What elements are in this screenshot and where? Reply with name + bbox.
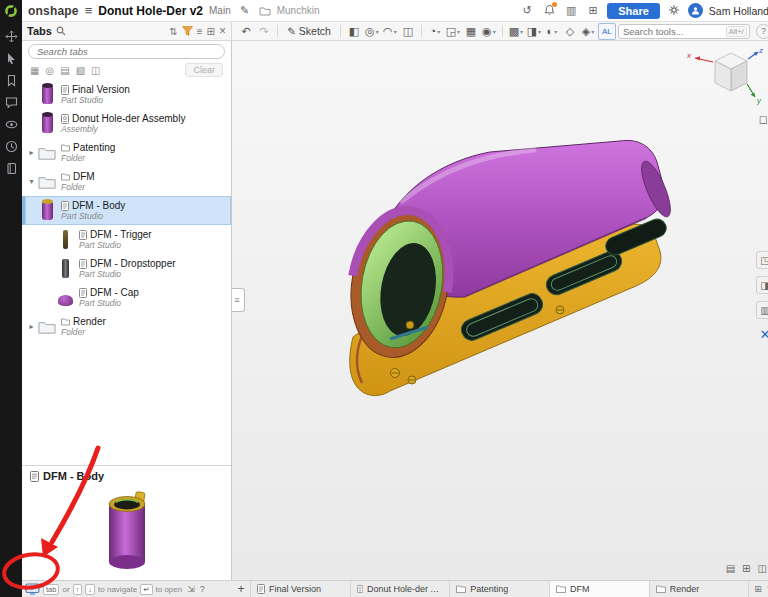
section-view-icon[interactable]: ◨	[756, 276, 768, 294]
filter-assembly-icon[interactable]: ◎	[45, 65, 54, 76]
bookmark-icon[interactable]	[5, 74, 18, 87]
mirror-icon[interactable]: ◨▾	[526, 24, 542, 39]
view-settings-icon[interactable]: ◻▾	[759, 113, 768, 126]
expand-panel-icon[interactable]: ⇲	[187, 584, 195, 594]
add-tab-button[interactable]: +	[232, 581, 251, 597]
sort-icon[interactable]: ⇅	[169, 26, 177, 37]
close-panel-icon[interactable]: ×	[219, 24, 226, 38]
hole-icon[interactable]: ◉▾	[481, 24, 497, 39]
transform-icon[interactable]: ◈▾	[580, 24, 596, 39]
part-studio-icon	[257, 584, 265, 594]
fillet-icon[interactable]: ◔▾	[427, 24, 443, 39]
split-icon[interactable]: ◇	[562, 24, 578, 39]
assistant-icon[interactable]: AL	[598, 23, 616, 40]
user-avatar[interactable]	[688, 3, 703, 18]
notebook-icon[interactable]	[5, 162, 18, 175]
history-clock-icon[interactable]	[5, 140, 18, 153]
onshape-logo-icon[interactable]	[0, 0, 22, 22]
toolbar-help-icon[interactable]: ?	[756, 24, 768, 39]
chevron-right-icon[interactable]: ▸	[26, 148, 37, 157]
tab-list-icon[interactable]: ⊞	[754, 584, 762, 594]
cad-model[interactable]	[232, 41, 768, 580]
tab-preview-panel: DFM - Body	[22, 465, 231, 580]
bottom-tab-dfm[interactable]: DFM	[550, 581, 650, 597]
view-cube[interactable]: x z y	[685, 45, 765, 111]
sweep-icon[interactable]: ◠▾	[382, 24, 398, 39]
redo-icon[interactable]: ↷	[256, 24, 272, 39]
columns-panel-icon[interactable]: ▥	[563, 4, 579, 17]
tabs-panel-title: Tabs	[27, 25, 52, 37]
tree-item-patenting[interactable]: ▸ Patenting Folder	[22, 138, 231, 167]
item-name: Final Version	[72, 84, 130, 95]
chevron-right-icon[interactable]: ▸	[26, 322, 37, 331]
shell-icon[interactable]: ▦	[463, 24, 479, 39]
tabs-filter-row: ▦ ◎ ▤ ▧ ◫ Clear	[22, 62, 231, 80]
search-tabs-input[interactable]	[28, 44, 225, 59]
export-view-icon[interactable]: ◳	[756, 251, 768, 269]
user-name[interactable]: Sam Holland	[709, 5, 768, 17]
panel-resize-handle[interactable]: ≡	[232, 288, 245, 312]
grid-view-icon[interactable]: ⊞	[207, 26, 215, 37]
pencil-icon: ✎	[287, 25, 296, 37]
tree-item-assembly[interactable]: Donut Hole-der Assembly Assembly	[22, 109, 231, 138]
item-type: Part Studio	[79, 269, 176, 279]
chamfer-icon[interactable]: ◲▾	[445, 24, 461, 39]
project-label[interactable]: Munchkin	[277, 5, 320, 16]
layout-icon[interactable]: ◫	[757, 563, 766, 574]
cursor-icon[interactable]	[5, 52, 18, 65]
search-icon[interactable]	[56, 26, 66, 36]
tree-item-dfm-folder[interactable]: ▾ DFM Folder	[22, 167, 231, 196]
apps-grid-icon[interactable]: ⊞	[585, 4, 601, 17]
named-views-icon[interactable]: ▥	[756, 301, 768, 319]
filter-other-icon[interactable]: ◫	[91, 65, 100, 76]
notifications-bell-icon[interactable]	[541, 4, 557, 18]
filter-part-studio-icon[interactable]: ▦	[30, 65, 39, 76]
tree-item-dfm-dropstopper[interactable]: DFM - Dropstopper Part Studio	[22, 254, 231, 283]
notification-badge	[552, 2, 557, 7]
undo-icon[interactable]: ↶	[238, 24, 254, 39]
filter-image-icon[interactable]: ▧	[76, 65, 85, 76]
follow-eye-icon[interactable]	[5, 118, 18, 131]
print-icon[interactable]: ▤	[726, 563, 735, 574]
bottom-tab-assembly[interactable]: Donut Hole-der Assem...	[351, 581, 451, 597]
edit-title-icon[interactable]: ✎	[237, 4, 253, 17]
filter-drawing-icon[interactable]: ▤	[60, 65, 69, 76]
bottom-bar-right-tools: ⊞ ?	[749, 581, 768, 597]
comment-icon[interactable]	[5, 96, 18, 109]
tree-item-dfm-cap[interactable]: DFM - Cap Part Studio	[22, 283, 231, 312]
revolve-icon[interactable]: ◎▾	[364, 24, 380, 39]
extrude-icon[interactable]: ◧	[346, 24, 362, 39]
chevron-down-icon[interactable]: ▾	[26, 177, 37, 186]
filter-icon[interactable]	[182, 26, 193, 36]
bottom-tab-patenting[interactable]: Patenting	[450, 581, 550, 597]
onshape-wordmark: onshape	[28, 4, 79, 18]
preview-title: DFM - Body	[43, 470, 104, 482]
tree-item-final-version[interactable]: Final Version Part Studio	[22, 80, 231, 109]
tree-item-render[interactable]: ▸ Render Folder	[22, 312, 231, 341]
loft-icon[interactable]: ◫	[400, 24, 416, 39]
main-menu-icon[interactable]: ≡	[85, 3, 93, 18]
share-button[interactable]: Share	[607, 3, 660, 19]
snapshot-icon[interactable]: ⊞	[742, 563, 750, 574]
screen-capture-icon[interactable]	[25, 583, 40, 595]
branch-label[interactable]: Main	[209, 5, 231, 16]
tree-item-dfm-trigger[interactable]: DFM - Trigger Part Studio	[22, 225, 231, 254]
graphics-viewport[interactable]: x z y ◻▾ ◳ ◨ ▥ ✕ ▤ ⊞ ◫ ≡	[232, 41, 768, 580]
folder-icon	[556, 585, 566, 593]
close-overlay-icon[interactable]: ✕	[757, 326, 768, 342]
folder-thumbnail	[38, 320, 56, 334]
linear-pattern-icon[interactable]: ▩▾	[508, 24, 524, 39]
bottom-tab-final-version[interactable]: Final Version	[251, 581, 351, 597]
versions-icon[interactable]: ↺	[519, 4, 535, 17]
sketch-button[interactable]: ✎Sketch	[283, 25, 335, 37]
hints-help-icon[interactable]: ?	[200, 584, 205, 594]
tree-item-dfm-body[interactable]: DFM - Body Part Studio	[22, 196, 231, 225]
list-view-icon[interactable]: ≡	[197, 26, 203, 37]
part-thumbnail	[56, 292, 74, 303]
boolean-icon[interactable]: ◐▾	[544, 24, 560, 39]
settings-gear-icon[interactable]	[666, 4, 682, 18]
item-type: Assembly	[61, 124, 185, 134]
move-icon[interactable]	[5, 30, 18, 43]
clear-filters-button[interactable]: Clear	[185, 63, 223, 77]
bottom-tab-render[interactable]: Render	[650, 581, 750, 597]
